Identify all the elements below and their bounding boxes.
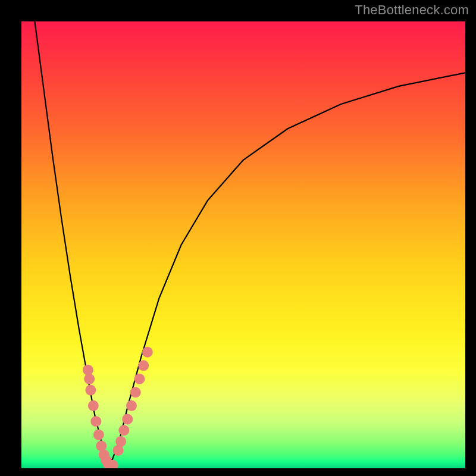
data-point [138, 360, 149, 371]
data-point [130, 387, 141, 397]
data-point [142, 347, 153, 358]
data-point [134, 374, 145, 384]
data-point [115, 436, 126, 447]
data-point [126, 400, 137, 411]
data-point [122, 414, 133, 424]
curve-layer [21, 21, 465, 468]
data-point [93, 430, 104, 440]
curve-left-branch [35, 21, 108, 466]
bottleneck-curve [35, 21, 465, 466]
data-point [83, 365, 93, 375]
data-point [118, 425, 129, 436]
data-point [85, 385, 96, 396]
data-point [84, 374, 95, 384]
curve-right-branch [108, 73, 465, 466]
data-point [90, 416, 101, 427]
data-point [88, 400, 99, 411]
markers-group [83, 347, 153, 468]
watermark: TheBottleneck.com [355, 2, 469, 18]
chart-area [21, 21, 465, 468]
